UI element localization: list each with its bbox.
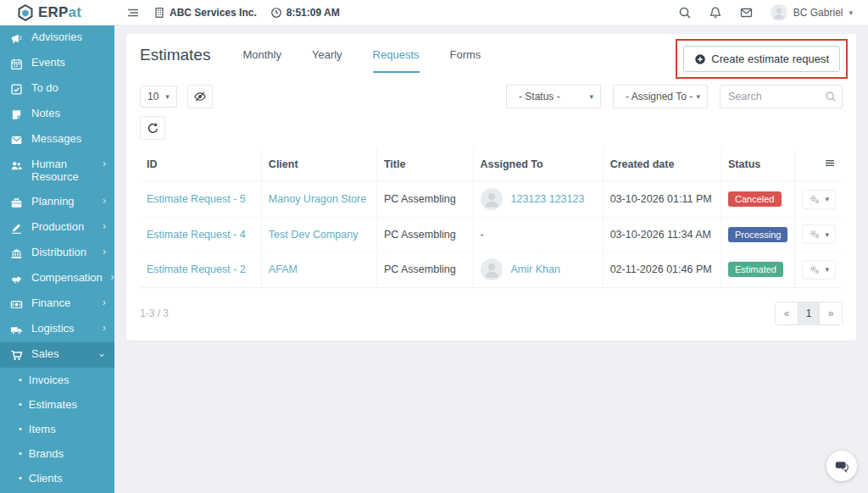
- estimate-request-link[interactable]: Estimate Request - 4: [147, 229, 246, 241]
- sidebar-subitem-clients[interactable]: • Clients: [0, 466, 114, 490]
- toggle-columns-button[interactable]: [187, 85, 213, 108]
- search-icon[interactable]: [678, 6, 692, 19]
- row-actions-button[interactable]: ▾: [802, 190, 836, 209]
- column-header-status[interactable]: Status: [721, 148, 795, 181]
- results-range: 1-3 / 3: [140, 307, 169, 319]
- column-header-menu[interactable]: [795, 148, 843, 181]
- tab-forms[interactable]: Forms: [450, 48, 481, 73]
- sidebar-subitem-items[interactable]: • Items: [0, 417, 114, 441]
- sidebar-item-production[interactable]: Production ›: [0, 215, 114, 241]
- bullet-icon: •: [19, 374, 22, 385]
- caret-down-icon: ▾: [825, 230, 829, 239]
- chevron-down-icon: ▾: [849, 8, 853, 17]
- caret-down-icon: ▾: [589, 92, 593, 101]
- assigned-to-filter-select[interactable]: - Assigned To - ▾: [613, 85, 708, 108]
- note-icon: [10, 108, 23, 121]
- assigned-user: 123123 123123: [481, 188, 596, 210]
- sidebar-item-label: Finance: [31, 297, 70, 310]
- pagination-next-button[interactable]: »: [820, 302, 842, 324]
- assigned-user-link[interactable]: Amir Khan: [511, 263, 560, 275]
- create-estimate-request-button[interactable]: Create estimate request: [683, 46, 840, 72]
- chat-fab-button[interactable]: [826, 451, 857, 481]
- clock-display: 8:51:09 AM: [270, 7, 340, 19]
- sidebar-item-logistics[interactable]: Logistics ›: [0, 317, 114, 342]
- clock-icon: [270, 7, 282, 19]
- gears-icon: [809, 264, 821, 275]
- messages-mail-icon[interactable]: [739, 6, 754, 19]
- user-menu[interactable]: BC Gabriel ▾: [771, 4, 853, 21]
- sidebar-item-label: To do: [31, 82, 58, 95]
- estimate-request-link[interactable]: Estimate Request - 2: [147, 263, 246, 275]
- refresh-button[interactable]: [140, 116, 165, 140]
- sidebar-item-label: Events: [31, 57, 65, 69]
- sidebar-item-finance[interactable]: Finance ›: [0, 291, 114, 317]
- assigned-avatar: [481, 258, 503, 280]
- sidebar-item-label: Sales: [31, 348, 59, 361]
- sidebar-item-distribution[interactable]: Distribution ›: [0, 241, 114, 266]
- tabs: Monthly Yearly Requests Forms: [242, 48, 481, 73]
- bullet-icon: •: [19, 399, 22, 409]
- sidebar-toggle-icon[interactable]: [126, 6, 140, 19]
- sidebar-item-sales[interactable]: Sales ⌄: [0, 342, 114, 368]
- bullet-icon: •: [19, 448, 22, 458]
- client-link[interactable]: AFAM: [269, 263, 298, 275]
- column-header-id[interactable]: ID: [140, 148, 261, 181]
- sidebar-subitem-invoices[interactable]: • Invoices: [0, 368, 114, 392]
- caret-down-icon: ▾: [696, 92, 700, 101]
- chevron-right-icon: ›: [103, 158, 108, 170]
- sidebar-item-compensation[interactable]: Compensation ›: [0, 266, 114, 291]
- chevron-right-icon: ›: [111, 272, 116, 284]
- assigned-user: -: [473, 218, 603, 252]
- sidebar-subitem-estimates[interactable]: • Estimates: [0, 392, 114, 417]
- current-time: 8:51:09 AM: [287, 7, 340, 19]
- tab-monthly[interactable]: Monthly: [242, 48, 281, 73]
- building-icon: [153, 7, 165, 19]
- row-actions-button[interactable]: ▾: [802, 260, 836, 280]
- tab-yearly[interactable]: Yearly: [312, 48, 342, 73]
- estimate-request-link[interactable]: Estimate Request - 5: [147, 193, 246, 205]
- page-size-select[interactable]: 10 ▾: [140, 86, 177, 108]
- column-header-assigned-to[interactable]: Assigned To: [473, 148, 603, 181]
- table-row: Estimate Request - 2 AFAM PC Assembling …: [140, 252, 843, 288]
- pen-icon: [10, 222, 23, 235]
- sidebar-item-todo[interactable]: To do: [0, 76, 114, 102]
- sidebar-item-label: Advisories: [31, 31, 82, 44]
- row-actions-button[interactable]: ▾: [802, 224, 836, 244]
- column-header-client[interactable]: Client: [261, 148, 376, 181]
- users-icon: [10, 159, 23, 172]
- chevron-right-icon: ›: [103, 297, 108, 309]
- eye-slash-icon: [193, 90, 207, 103]
- status-filter-select[interactable]: - Status - ▾: [506, 85, 601, 108]
- sidebar-item-label: Logistics: [31, 323, 75, 335]
- sidebar-item-planning[interactable]: Planning ›: [0, 190, 114, 215]
- calendar-icon: [10, 58, 23, 70]
- assigned-user-link[interactable]: 123123 123123: [511, 193, 585, 205]
- sidebar-item-label: Distribution: [31, 246, 86, 259]
- column-header-created-date[interactable]: Created date: [603, 148, 721, 181]
- client-link[interactable]: Manoy Uragon Store: [269, 193, 366, 205]
- created-date: 03-10-2026 01:11 PM: [603, 181, 721, 218]
- column-header-title[interactable]: Title: [376, 148, 473, 181]
- main-content: Estimates Monthly Yearly Requests Forms …: [114, 0, 868, 349]
- bank-icon: [10, 247, 23, 260]
- pagination-page-1[interactable]: 1: [798, 302, 820, 324]
- sidebar-item-label: Human Resource: [31, 158, 94, 184]
- sidebar-item-human-resource[interactable]: Human Resource ›: [0, 152, 114, 190]
- check-square-icon: [10, 83, 23, 96]
- notifications-bell-icon[interactable]: [709, 6, 722, 19]
- sidebar-item-advisories[interactable]: Advisories: [0, 25, 114, 51]
- company-selector[interactable]: ABC Services Inc.: [153, 7, 257, 19]
- sidebar-item-messages[interactable]: Messages: [0, 127, 114, 152]
- sidebar-item-events[interactable]: Events: [0, 51, 114, 76]
- plus-circle-icon: [694, 53, 706, 65]
- bullet-icon: •: [19, 424, 22, 434]
- sidebar-subitem-brands[interactable]: • Brands: [0, 441, 114, 466]
- sidebar-item-notes[interactable]: Notes: [0, 102, 114, 127]
- create-button-label: Create estimate request: [711, 53, 829, 65]
- page-title: Estimates: [140, 46, 210, 73]
- sidebar-subitem-label: Estimates: [29, 398, 77, 411]
- pagination-prev-button[interactable]: «: [776, 302, 798, 324]
- tab-requests[interactable]: Requests: [373, 48, 420, 73]
- client-link[interactable]: Test Dev Company: [269, 229, 359, 241]
- app-logo[interactable]: ERPat: [0, 4, 114, 21]
